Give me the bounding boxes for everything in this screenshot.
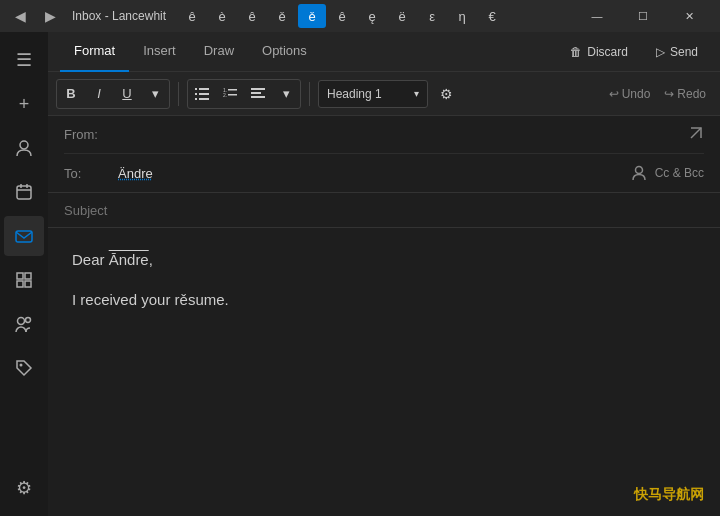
svg-text:2.: 2. [223, 92, 227, 98]
svg-rect-7 [25, 273, 31, 279]
email-header: From: To: Ändre [48, 116, 720, 193]
special-char-4[interactable]: ě [298, 4, 326, 28]
title-bar: ◀ ▶ Inbox - Lancewhit ê è ê ě ě ê ę ë ε … [0, 0, 720, 32]
from-field: From: [64, 116, 704, 154]
body-paragraph-1: I received your rěsume. [72, 288, 696, 312]
heading-dropdown-arrow: ▾ [414, 88, 419, 99]
svg-rect-18 [199, 98, 209, 100]
sidebar-person[interactable] [4, 128, 44, 168]
format-toolbar: B I U ▾ [48, 72, 720, 116]
text-style-dropdown[interactable]: ▾ [141, 80, 169, 108]
svg-rect-8 [17, 281, 23, 287]
tab-insert[interactable]: Insert [129, 32, 190, 72]
svg-rect-9 [25, 281, 31, 287]
ribbon-actions: 🗑 Discard ▷ Send [560, 41, 708, 63]
add-recipient-icon[interactable] [631, 164, 647, 183]
svg-rect-13 [195, 88, 197, 90]
minimize-button[interactable]: — [574, 0, 620, 32]
svg-rect-25 [251, 96, 265, 98]
sidebar-bottom: ⚙ [4, 468, 44, 516]
special-char-9[interactable]: η [448, 4, 476, 28]
svg-point-12 [20, 364, 23, 367]
undo-redo-group: ↩ Undo ↪ Redo [603, 85, 712, 103]
to-value[interactable]: Ändre [114, 166, 631, 181]
sidebar-compose[interactable]: + [4, 84, 44, 124]
special-char-2[interactable]: ê [238, 4, 266, 28]
send-icon: ▷ [656, 45, 665, 59]
greeting-name: Āndre [109, 248, 149, 272]
maximize-button[interactable]: ☐ [620, 0, 666, 32]
tab-options[interactable]: Options [248, 32, 321, 72]
forward-button[interactable]: ▶ [38, 4, 62, 28]
special-char-0[interactable]: ê [178, 4, 206, 28]
from-label: From: [64, 127, 114, 142]
svg-rect-24 [251, 92, 261, 94]
back-button[interactable]: ◀ [8, 4, 32, 28]
svg-rect-5 [16, 231, 32, 242]
special-char-7[interactable]: ë [388, 4, 416, 28]
svg-point-26 [635, 166, 642, 173]
send-button[interactable]: ▷ Send [646, 41, 708, 63]
special-char-3[interactable]: ě [268, 4, 296, 28]
svg-rect-17 [195, 98, 197, 100]
svg-point-0 [20, 141, 28, 149]
sidebar-calendar[interactable] [4, 172, 44, 212]
list-dropdown[interactable]: ▾ [272, 80, 300, 108]
tab-draw[interactable]: Draw [190, 32, 248, 72]
watermark: 快马导航网 [634, 486, 704, 504]
text-style-group: B I U ▾ [56, 79, 170, 109]
undo-button[interactable]: ↩ Undo [603, 85, 657, 103]
sidebar-grid[interactable] [4, 260, 44, 300]
sidebar-hamburger[interactable]: ☰ [4, 40, 44, 80]
redo-icon: ↪ [664, 87, 674, 101]
sidebar-mail[interactable] [4, 216, 44, 256]
special-char-8[interactable]: ε [418, 4, 446, 28]
to-field: To: Ändre Cc & Bcc [64, 154, 704, 192]
special-char-6[interactable]: ę [358, 4, 386, 28]
underline-button[interactable]: U [113, 80, 141, 108]
special-char-1[interactable]: è [208, 4, 236, 28]
heading-dropdown[interactable]: Heading 1 ▾ [318, 80, 428, 108]
svg-point-11 [26, 318, 31, 323]
bold-button[interactable]: B [57, 80, 85, 108]
svg-rect-6 [17, 273, 23, 279]
list-group: 1. 2. ▾ [187, 79, 301, 109]
align-button[interactable] [244, 80, 272, 108]
subject-input[interactable] [64, 203, 704, 218]
close-button[interactable]: ✕ [666, 0, 712, 32]
discard-button[interactable]: 🗑 Discard [560, 41, 638, 63]
popout-icon[interactable] [688, 125, 704, 145]
format-gear-button[interactable]: ⚙ [432, 80, 460, 108]
italic-button[interactable]: I [85, 80, 113, 108]
redo-button[interactable]: ↪ Redo [658, 85, 712, 103]
heading-label: Heading 1 [327, 87, 382, 101]
email-body-text: Dear Āndre, I received your rěsume. [72, 248, 696, 312]
window-title: Inbox - Lancewhit [72, 9, 166, 23]
toolbar-separator-1 [178, 82, 179, 106]
tab-format[interactable]: Format [60, 32, 129, 72]
cc-bcc-button[interactable]: Cc & Bcc [655, 166, 704, 180]
sidebar-people[interactable] [4, 304, 44, 344]
numbered-list-button[interactable]: 1. 2. [216, 80, 244, 108]
toolbar-separator-2 [309, 82, 310, 106]
svg-rect-15 [195, 93, 197, 95]
special-char-5[interactable]: ê [328, 4, 356, 28]
title-bar-left: ◀ ▶ Inbox - Lancewhit [8, 4, 166, 28]
window-controls: — ☐ ✕ [574, 0, 712, 32]
svg-rect-16 [199, 93, 209, 95]
svg-rect-22 [228, 94, 237, 96]
sidebar-narrow: ☰ + [0, 32, 48, 516]
email-body[interactable]: Dear Āndre, I received your rěsume. 快马导航… [48, 228, 720, 516]
email-area: Format Insert Draw Options 🗑 Discard ▷ S… [48, 32, 720, 516]
special-char-10[interactable]: € [478, 4, 506, 28]
svg-rect-1 [17, 186, 31, 199]
special-chars-bar: ê è ê ě ě ê ę ë ε η € [178, 4, 506, 28]
sidebar-tag[interactable] [4, 348, 44, 388]
main-layout: ☰ + [0, 32, 720, 516]
to-label: To: [64, 166, 114, 181]
to-field-actions: Cc & Bcc [631, 164, 704, 183]
svg-point-10 [18, 318, 25, 325]
sidebar-settings[interactable]: ⚙ [4, 468, 44, 508]
subject-field [48, 193, 720, 228]
bullet-list-button[interactable] [188, 80, 216, 108]
